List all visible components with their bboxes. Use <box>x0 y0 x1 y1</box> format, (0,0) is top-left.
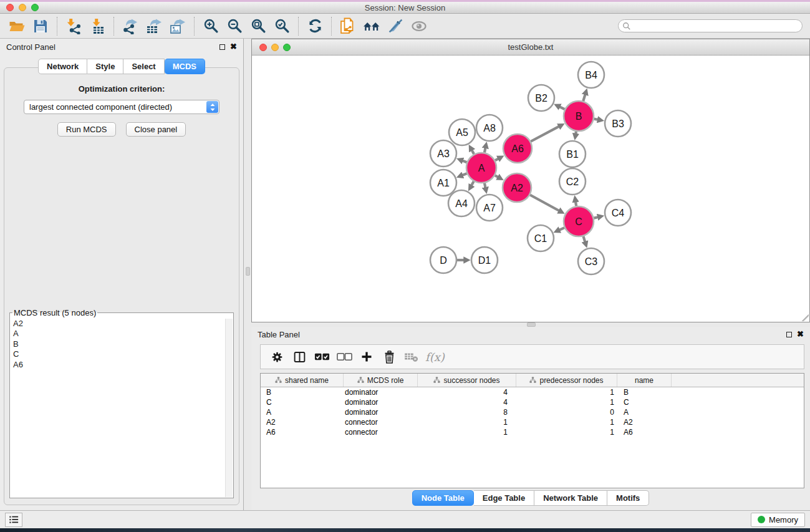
save-session-button[interactable] <box>29 16 52 37</box>
new-network-from-selection-button[interactable] <box>336 16 360 37</box>
table-cell[interactable]: A2 <box>261 417 344 427</box>
graph-edge-A-A8[interactable] <box>485 147 486 152</box>
graph-edge-A-A4[interactable] <box>471 181 474 186</box>
criterion-dropdown[interactable]: largest connected component (directed) <box>24 100 219 114</box>
graph-edge-B-B1[interactable] <box>576 132 576 135</box>
delete-table-button[interactable] <box>400 347 423 367</box>
table-cell[interactable]: dominator <box>344 397 418 407</box>
search-input[interactable] <box>618 19 803 32</box>
graph-edge-A2-C[interactable] <box>530 195 559 211</box>
show-all-button[interactable] <box>407 16 431 37</box>
table-cell[interactable]: 0 <box>516 407 617 417</box>
tab-mcds[interactable]: MCDS <box>165 59 205 74</box>
close-panel-icon[interactable]: ✖ <box>230 44 237 50</box>
close-panel-button[interactable]: Close panel <box>126 122 186 137</box>
table-cell[interactable]: 1 <box>418 417 516 427</box>
zoom-out-button[interactable] <box>223 16 246 37</box>
tab-node-table[interactable]: Node Table <box>412 490 474 506</box>
float-table-panel-icon[interactable] <box>786 332 792 337</box>
show-column-panel-button[interactable] <box>288 347 311 367</box>
graph-edge-C-C1[interactable] <box>559 228 564 230</box>
horizontal-splitter-handle[interactable] <box>527 322 536 327</box>
graph-edge-A-A6[interactable] <box>495 158 499 160</box>
maximize-window-button[interactable] <box>31 4 39 11</box>
network-minimize-button[interactable] <box>271 44 279 51</box>
table-cell[interactable]: connector <box>344 427 418 437</box>
graph-edge-A6-B[interactable] <box>531 126 559 141</box>
export-table-button[interactable] <box>142 16 166 37</box>
open-session-button[interactable] <box>5 16 29 37</box>
tab-select[interactable]: Select <box>123 59 164 74</box>
table-cell[interactable]: C <box>617 397 672 407</box>
graph-edge-B-B4[interactable] <box>583 94 585 101</box>
column-header-mcds-role[interactable]: MCDS role <box>344 374 418 387</box>
import-network-button[interactable] <box>62 16 85 37</box>
vertical-splitter-handle[interactable] <box>246 267 250 276</box>
table-row[interactable]: Cdominator41C <box>261 397 804 407</box>
resize-grip-icon[interactable] <box>801 313 809 321</box>
close-table-panel-icon[interactable]: ✖ <box>797 331 804 337</box>
table-settings-button[interactable] <box>266 347 288 367</box>
table-row[interactable]: Adominator80A <box>261 407 804 417</box>
zoom-in-button[interactable] <box>199 16 223 37</box>
graph-edge-A-A5[interactable] <box>471 150 474 154</box>
minimize-window-button[interactable] <box>19 4 26 11</box>
table-cell[interactable]: A <box>617 407 672 417</box>
add-column-button[interactable] <box>355 347 378 367</box>
select-all-button[interactable] <box>311 347 333 367</box>
table-cell[interactable]: 1 <box>516 387 617 397</box>
table-row[interactable]: Bdominator41B <box>261 387 804 397</box>
column-header-predecessor-nodes[interactable]: predecessor nodes <box>516 374 617 387</box>
tab-style[interactable]: Style <box>87 59 123 74</box>
refresh-view-button[interactable] <box>303 16 327 37</box>
table-cell[interactable]: 1 <box>516 397 617 407</box>
horizontal-splitter[interactable] <box>251 322 810 327</box>
table-cell[interactable]: 8 <box>418 407 516 417</box>
function-builder-button[interactable]: f(x) <box>425 351 445 364</box>
network-maximize-button[interactable] <box>283 44 291 51</box>
result-item[interactable]: A2 <box>13 319 225 329</box>
graph-edge-B-B3[interactable] <box>594 119 599 120</box>
table-cell[interactable]: dominator <box>344 387 418 397</box>
export-image-button[interactable] <box>166 16 190 37</box>
float-panel-icon[interactable] <box>219 44 225 50</box>
table-cell[interactable]: A <box>261 407 344 417</box>
table-cell[interactable]: C <box>261 397 344 407</box>
run-mcds-button[interactable]: Run MCDS <box>57 122 116 137</box>
graph-edge-A-A7[interactable] <box>485 183 486 188</box>
show-tasks-button[interactable] <box>5 513 22 527</box>
table-cell[interactable]: 4 <box>418 397 516 407</box>
graph-edge-A-A1[interactable] <box>462 173 467 175</box>
first-neighbors-button[interactable] <box>360 16 383 37</box>
table-cell[interactable]: A6 <box>261 427 344 437</box>
table-cell[interactable]: B <box>261 387 344 397</box>
zoom-selected-button[interactable] <box>270 16 294 37</box>
tab-network-table[interactable]: Network Table <box>534 490 607 506</box>
table-row[interactable]: A2connector11A2 <box>261 417 804 427</box>
import-table-button[interactable] <box>85 16 109 37</box>
table-row[interactable]: A6connector11A6 <box>261 427 804 437</box>
column-header-name[interactable]: name <box>617 374 672 387</box>
graph-edge-C-C4[interactable] <box>594 217 598 218</box>
graph-edge-C-C2[interactable] <box>576 201 576 206</box>
export-network-button[interactable] <box>118 16 142 37</box>
table-cell[interactable]: A2 <box>617 417 672 427</box>
zoom-fit-button[interactable] <box>246 16 270 37</box>
column-header-shared-name[interactable]: shared name <box>261 374 344 387</box>
deselect-all-button[interactable] <box>333 347 355 367</box>
graph-edge-A-A3[interactable] <box>462 160 467 162</box>
hide-selected-button[interactable] <box>383 16 407 37</box>
table-cell[interactable]: B <box>617 387 672 397</box>
table-cell[interactable]: 1 <box>516 417 617 427</box>
table-cell[interactable]: dominator <box>344 407 418 417</box>
table-cell[interactable]: A6 <box>617 427 672 437</box>
result-scrollbar[interactable] <box>225 319 233 497</box>
table-cell[interactable]: 1 <box>418 427 516 437</box>
vertical-splitter[interactable] <box>244 39 251 510</box>
column-header-successor-nodes[interactable]: successor nodes <box>418 374 516 387</box>
graph-edge-B-B2[interactable] <box>559 107 565 109</box>
memory-button[interactable]: Memory <box>751 513 805 527</box>
close-window-button[interactable] <box>6 4 14 11</box>
tab-motifs[interactable]: Motifs <box>607 490 649 506</box>
graph-edge-C-C3[interactable] <box>583 236 585 243</box>
